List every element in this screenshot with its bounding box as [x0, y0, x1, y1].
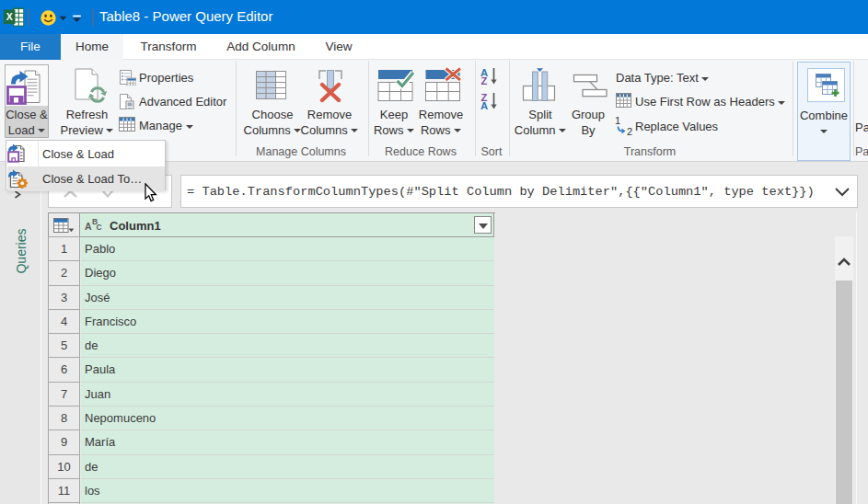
svg-text:A: A — [480, 100, 488, 111]
svg-text:Z: Z — [481, 75, 488, 86]
svg-text:2: 2 — [627, 126, 632, 136]
svg-text:1: 1 — [615, 116, 620, 126]
svg-text:X: X — [6, 11, 13, 22]
